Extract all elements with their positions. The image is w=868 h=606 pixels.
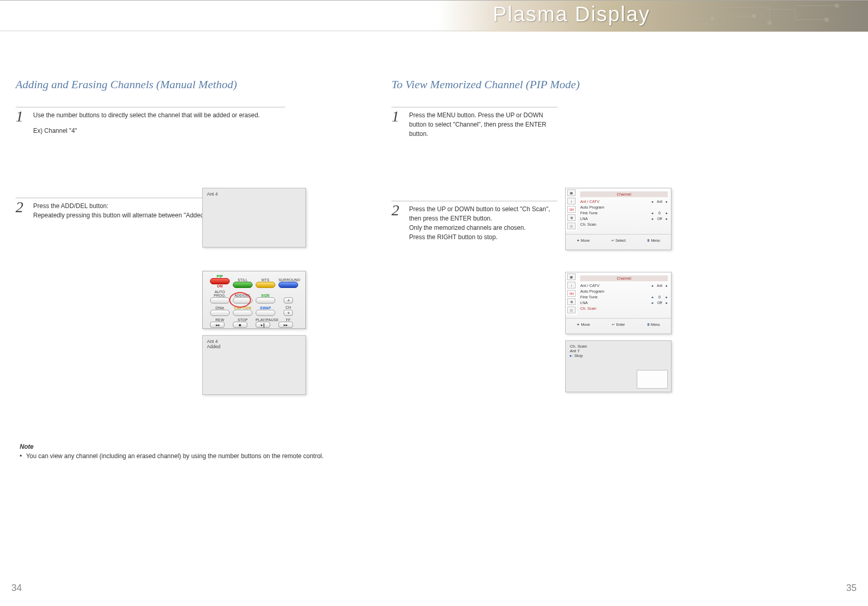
adddel-label: ADD/DEL	[233, 294, 253, 297]
menu-row-scan[interactable]: Ch. Scan	[580, 222, 668, 227]
enter-icon: ↵	[612, 323, 615, 327]
enter-icon: ↵	[611, 239, 614, 243]
menu-category-icons: ▦ ♪ CH ✿ ◳	[566, 272, 577, 315]
divider	[391, 201, 557, 201]
sound-menu-icon: ♪	[567, 282, 576, 288]
pip-on-button[interactable]	[210, 278, 230, 284]
play-pause-button[interactable]: ▸‖	[256, 322, 270, 328]
osd3-l1: Ant 4	[207, 339, 301, 344]
play-label: PLAY/PAUSE	[256, 318, 275, 322]
ff-button[interactable]: ▸▸	[278, 322, 293, 328]
size-button[interactable]	[256, 297, 275, 304]
step-number: 2	[16, 201, 27, 220]
autoprog-button[interactable]	[210, 297, 230, 304]
pip-menu-icon: ◳	[567, 307, 576, 313]
arrow-left-icon: ◂	[651, 211, 653, 215]
menu-row-auto[interactable]: Auto Program	[580, 288, 668, 294]
section-title-right: To View Memorized Channel (PIP Mode)	[391, 78, 765, 91]
divider	[16, 107, 285, 107]
dnie-button[interactable]	[210, 310, 230, 316]
chevron-down-icon: ∨	[287, 311, 290, 315]
arrow-left-icon: ◂	[651, 200, 653, 204]
ch-label: CH	[286, 306, 291, 309]
osd1-text: Ant 4	[207, 191, 301, 197]
caption-button[interactable]	[233, 310, 253, 316]
menu-row-lna[interactable]: LNA◂Off▸	[580, 300, 668, 306]
menu-row-fine[interactable]: Fine Tune◂0▸	[580, 294, 668, 300]
surround-button[interactable]	[278, 282, 298, 288]
setup-menu-icon: ✿	[567, 214, 576, 221]
ch-scan-preview: Ch. Scan Ant 7 ▸: Stop	[565, 340, 671, 392]
step-text: Press the UP or DOWN button to select "C…	[409, 204, 557, 242]
pip-subpicture	[637, 370, 668, 389]
arrow-left-icon: ◂	[651, 217, 653, 221]
arrow-right-icon: ▸	[666, 217, 668, 221]
pip-label: PIP	[210, 274, 230, 278]
remote-panel: PIPON STILL MTS SURROUND AUTO PROG. ADD/…	[202, 271, 306, 329]
menu-footer: ✦Move ↵Enter ⅢMenu	[566, 318, 671, 328]
osd3-l2: Added	[207, 344, 301, 349]
step-1-left: 1 Use the number buttons to directly sel…	[16, 111, 285, 135]
circuit-decoration	[661, 3, 847, 29]
svg-point-4	[835, 4, 839, 8]
step-number: 2	[391, 204, 403, 242]
rew-button[interactable]: ◂◂	[210, 322, 225, 328]
fast-forward-icon: ▸▸	[284, 323, 288, 327]
ch-up-button[interactable]: ∧	[284, 297, 293, 304]
svg-point-2	[767, 21, 772, 25]
note-block: Note You can view any channel (including…	[16, 443, 379, 460]
step-1-body: Use the number buttons to directly selec…	[33, 111, 260, 120]
step-1-example: Ex) Channel "4"	[33, 126, 260, 135]
menu-icon: Ⅲ	[647, 239, 650, 243]
updown-icon: ✦	[577, 239, 580, 243]
menu-row-scan[interactable]: Ch. Scan	[580, 306, 668, 311]
page-number-right: 35	[846, 583, 857, 594]
scan-l2: Ant 7	[570, 349, 667, 353]
mts-button[interactable]	[256, 282, 275, 288]
page-header: Plasma Display	[0, 0, 868, 31]
play-pause-icon: ▸‖	[261, 323, 265, 327]
menu-row-ant[interactable]: Ant / CATV◂Ant▸	[580, 283, 668, 288]
still-button[interactable]	[233, 282, 253, 288]
pip-menu-icon: ◳	[567, 223, 576, 229]
section-title-left: Adding and Erasing Channels (Manual Meth…	[16, 78, 389, 91]
step-number: 1	[391, 111, 403, 139]
swap-button[interactable]	[256, 310, 275, 316]
stop-label: STOP	[233, 318, 253, 322]
note-title: Note	[20, 443, 379, 450]
screen-preview-1: Ant 4	[202, 188, 306, 247]
autoprog-label: AUTO PROG.	[210, 290, 230, 297]
divider	[391, 107, 557, 107]
step-text: Press the MENU button. Press the UP or D…	[409, 111, 557, 139]
arrow-right-icon: ▸	[666, 211, 668, 215]
mts-label: MTS	[256, 278, 275, 282]
caption-label: CAPTION	[233, 306, 253, 310]
menu-category-icons: ▦ ♪ CH ✿ ◳	[566, 188, 577, 231]
arrow-left-icon: ◂	[651, 284, 653, 288]
add-del-button[interactable]	[233, 297, 253, 304]
menu-row-lna[interactable]: LNA◂Off▸	[580, 216, 668, 222]
updown-icon: ✦	[577, 323, 580, 327]
dnie-label: DNIe	[210, 306, 230, 310]
menu-row-auto[interactable]: Auto Program	[580, 204, 668, 210]
menu-row-fine[interactable]: Fine Tune◂0▸	[580, 210, 668, 216]
still-label: STILL	[233, 278, 253, 282]
stop-button[interactable]: ■	[233, 322, 247, 328]
surround-label: SURROUND	[278, 278, 298, 282]
osd-menu-2: ▦ ♪ CH ✿ ◳ Channel Ant / CATV◂Ant▸ Auto …	[565, 272, 671, 334]
arrow-right-icon: ▸	[666, 301, 668, 305]
left-page: Adding and Erasing Channels (Manual Meth…	[16, 78, 389, 460]
ff-label: FF	[278, 318, 298, 322]
picture-menu-icon: ▦	[567, 273, 576, 280]
page-number-left: 34	[11, 583, 22, 594]
menu-title: Channel	[580, 276, 668, 281]
stop-icon: ■	[239, 323, 242, 327]
ch-down-button[interactable]: ∨	[284, 310, 293, 316]
svg-point-0	[710, 17, 715, 21]
arrow-right-icon: ▸	[666, 284, 668, 288]
scan-l1: Ch. Scan	[570, 344, 667, 349]
menu-row-ant[interactable]: Ant / CATV◂Ant▸	[580, 199, 668, 204]
step2r-l1: Press the UP or DOWN button to select "C…	[409, 204, 557, 223]
osd-menu-1: ▦ ♪ CH ✿ ◳ Channel Ant / CATV◂Ant▸ Auto …	[565, 188, 671, 250]
step2r-l2: Only the memorized channels are chosen.	[409, 223, 557, 232]
